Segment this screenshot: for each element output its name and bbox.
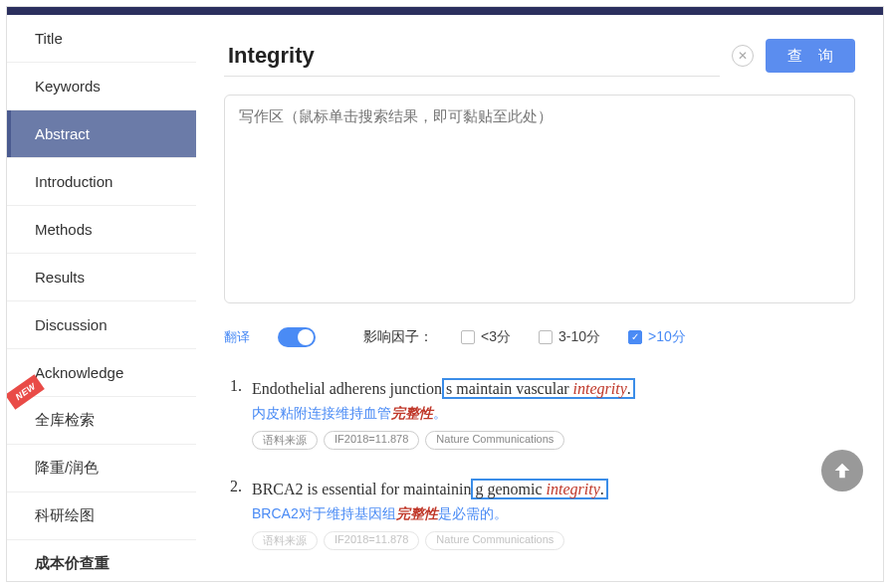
sidebar-item-label: Discussion [35,316,108,333]
sidebar-item-plagiarism[interactable]: 成本价查重 [7,540,196,582]
filter-gt10[interactable]: >10分 [628,328,686,346]
sidebar-item-keywords[interactable]: Keywords [7,63,196,110]
keyword: integrity [547,481,600,497]
highlight-box: g genomic integrity. [471,479,607,499]
result-tags: 语料来源 IF2018=11.878 Nature Communications [252,531,855,550]
keyword: 完整性 [396,505,438,521]
sidebar-item-label: Acknowledge [35,364,123,381]
arrow-up-icon [831,460,853,482]
sidebar-item-label: Introduction [35,173,112,190]
result-sentence: Endothelial adherens junctions maintain … [252,377,855,401]
query-button-label: 查 询 [787,47,839,66]
sidebar-item-introduction[interactable]: Introduction [7,158,196,206]
impact-factor-label: 影响因子： [363,328,433,346]
sidebar-item-title[interactable]: Title [7,15,196,63]
top-strip [7,7,883,15]
tag-journal[interactable]: Nature Communications [425,431,564,450]
sidebar-item-label: Results [35,269,85,286]
results-list: 1. Endothelial adherens junctions mainta… [224,377,855,550]
translate-toggle[interactable] [278,327,316,347]
result-sentence: BRCA2 is essential for maintaining genom… [252,478,855,501]
filter-lt3[interactable]: <3分 [461,328,511,346]
tag-source[interactable]: 语料来源 [252,531,318,550]
sidebar-item-label: Keywords [35,78,101,95]
tag-journal[interactable]: Nature Communications [425,531,564,550]
search-input[interactable] [224,35,720,77]
translate-label: 翻译 [224,328,250,346]
checkbox-icon [461,330,475,344]
sidebar-item-full-search[interactable]: NEW 全库检索 [7,397,196,445]
writing-area[interactable] [224,95,855,303]
sidebar-item-label: 降重/润色 [35,459,99,478]
result-item[interactable]: 2. BRCA2 is essential for maintaining ge… [224,478,855,550]
sidebar-item-methods[interactable]: Methods [7,206,196,254]
sidebar-item-rewrite[interactable]: 降重/润色 [7,445,196,492]
filter-label: >10分 [648,328,686,346]
filter-label: 3-10分 [558,328,600,346]
result-translation: 内皮粘附连接维持血管完整性。 [252,405,855,423]
clear-icon[interactable]: ✕ [732,45,754,67]
sidebar-item-label: Title [35,30,63,47]
query-button[interactable]: 查 询 [766,39,855,73]
result-number: 1. [224,377,242,450]
tag-source[interactable]: 语料来源 [252,431,318,450]
sidebar-item-discussion[interactable]: Discussion [7,301,196,349]
keyword: 完整性 [391,405,433,421]
highlight-box: s maintain vascular integrity. [442,378,635,399]
filter-label: <3分 [481,328,511,346]
checkbox-checked-icon [628,330,642,344]
filter-3to10[interactable]: 3-10分 [539,328,600,346]
tag-if[interactable]: IF2018=11.878 [324,531,419,550]
sidebar-item-figure[interactable]: 科研绘图 [7,492,196,540]
result-translation: BRCA2对于维持基因组完整性是必需的。 [252,505,855,523]
checkbox-icon [539,330,553,344]
tag-if[interactable]: IF2018=11.878 [324,431,419,450]
sidebar-item-label: 成本价查重 [35,554,110,573]
keyword: integrity [573,380,627,397]
sidebar: Title Keywords Abstract Introduction Met… [7,15,196,581]
sidebar-item-results[interactable]: Results [7,254,196,301]
main-panel: ✕ 查 询 翻译 影响因子： <3分 3-10分 >10分 1. [196,15,883,581]
sidebar-item-label: Abstract [35,125,90,142]
sidebar-item-abstract[interactable]: Abstract [7,110,196,158]
sidebar-item-label: Methods [35,221,93,238]
result-item[interactable]: 1. Endothelial adherens junctions mainta… [224,377,855,450]
result-tags: 语料来源 IF2018=11.878 Nature Communications [252,431,855,450]
result-number: 2. [224,478,242,550]
scroll-to-top-button[interactable] [821,450,863,491]
sidebar-item-label: 全库检索 [35,411,95,430]
sidebar-item-label: 科研绘图 [35,506,95,525]
